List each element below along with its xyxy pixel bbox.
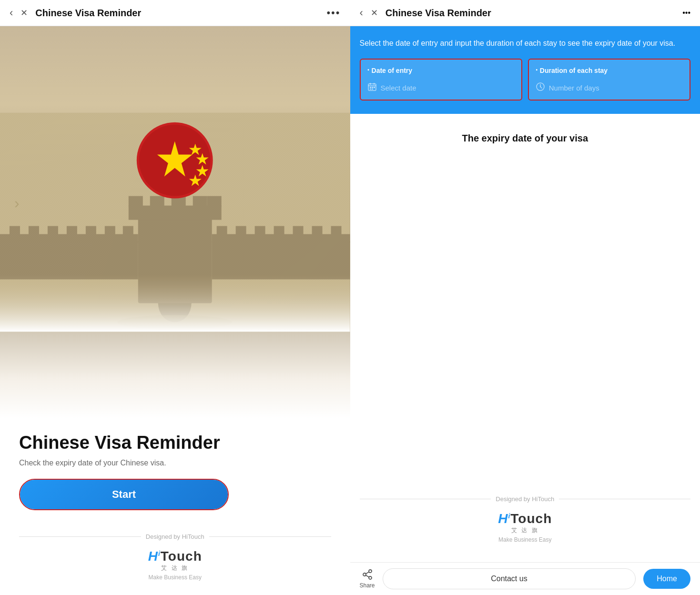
svg-rect-48 xyxy=(372,89,373,90)
right-bottom: Designed by HiTouch HiTouch 艾 达 旗 Make B… xyxy=(350,495,700,562)
contact-button[interactable]: Contact us xyxy=(383,568,636,589)
share-icon xyxy=(362,569,373,580)
date-placeholder: Select date xyxy=(381,84,416,92)
date-of-entry-box[interactable]: Date of entry xyxy=(360,59,522,101)
svg-rect-12 xyxy=(0,241,138,279)
bottom-bar: Share Contact us Home xyxy=(350,562,700,595)
right-nav-title: Chinese Visa Reminder xyxy=(386,8,675,19)
svg-rect-28 xyxy=(312,226,323,234)
brand-sub-left: 艾 达 旗 xyxy=(19,564,331,572)
right-nav-bar: ‹ ✕ Chinese Visa Reminder ••• xyxy=(350,0,700,26)
svg-rect-23 xyxy=(217,226,227,234)
expiry-section: The expiry date of your visa xyxy=(350,114,700,163)
share-button[interactable]: Share xyxy=(360,569,375,589)
calendar-icon xyxy=(367,82,377,94)
share-label: Share xyxy=(360,582,375,589)
svg-rect-38 xyxy=(0,274,350,332)
svg-rect-20 xyxy=(123,226,133,234)
svg-rect-14 xyxy=(10,226,20,234)
duration-box[interactable]: Duration of each stay Number of days xyxy=(528,59,690,101)
svg-rect-27 xyxy=(293,226,304,234)
duration-input-row: Number of days xyxy=(536,82,683,94)
app-description: Check the expiry date of your Chinese vi… xyxy=(19,459,331,467)
svg-line-55 xyxy=(365,575,369,577)
brand-hi-right: Hi xyxy=(498,511,510,526)
svg-line-56 xyxy=(365,572,369,574)
svg-rect-19 xyxy=(105,226,115,234)
svg-line-51 xyxy=(540,87,542,88)
svg-rect-44 xyxy=(370,87,371,88)
brand-touch: Touch xyxy=(161,549,202,564)
intro-text: Select the date of entry and input the d… xyxy=(360,38,691,49)
hero-image: › xyxy=(0,26,350,418)
svg-rect-9 xyxy=(207,196,222,207)
svg-rect-26 xyxy=(274,226,284,234)
svg-rect-18 xyxy=(86,226,96,234)
expiry-title: The expiry date of your visa xyxy=(360,133,691,144)
svg-rect-29 xyxy=(331,226,342,234)
start-button[interactable]: Start xyxy=(20,480,228,509)
brand-tagline-right: Make Business Easy xyxy=(360,536,691,543)
svg-rect-17 xyxy=(67,226,77,234)
fields-row: Date of entry xyxy=(360,59,691,101)
brand-logo-right: HiTouch 艾 达 旗 Make Business Easy xyxy=(360,506,691,553)
svg-point-54 xyxy=(369,576,372,579)
svg-rect-46 xyxy=(374,87,375,88)
svg-rect-25 xyxy=(255,226,265,234)
duration-placeholder: Number of days xyxy=(549,84,599,92)
designed-by-right: Designed by HiTouch xyxy=(360,495,691,503)
brand-name-left: HiTouch xyxy=(19,549,331,564)
right-close-button[interactable]: ✕ xyxy=(371,8,378,18)
svg-rect-24 xyxy=(236,226,246,234)
svg-point-53 xyxy=(363,573,366,576)
right-back-button[interactable]: ‹ xyxy=(360,7,363,19)
brand-name-right: HiTouch xyxy=(360,511,691,526)
svg-rect-6 xyxy=(150,196,164,207)
svg-rect-15 xyxy=(29,226,39,234)
left-more-button[interactable]: ••• xyxy=(326,7,340,19)
date-of-entry-label: Date of entry xyxy=(367,65,515,75)
brand-touch-right: Touch xyxy=(510,511,552,526)
svg-rect-16 xyxy=(48,226,58,234)
duration-label: Duration of each stay xyxy=(536,65,683,75)
home-button[interactable]: Home xyxy=(643,569,690,589)
right-more-button[interactable]: ••• xyxy=(682,9,690,17)
designed-by-left: Designed by HiTouch xyxy=(19,533,331,540)
app-section: Chinese Visa Reminder Check the expiry d… xyxy=(0,418,350,520)
svg-text:›: › xyxy=(14,194,20,212)
svg-rect-4 xyxy=(129,206,222,220)
brand-sub-right: 艾 达 旗 xyxy=(360,526,691,534)
start-button-wrapper: Start xyxy=(19,479,229,510)
left-nav-bar: ‹ ✕ Chinese Visa Reminder ••• xyxy=(0,0,350,26)
svg-rect-5 xyxy=(129,196,143,207)
svg-point-52 xyxy=(369,570,372,573)
brand-logo-left: HiTouch 艾 达 旗 Make Business Easy xyxy=(19,544,331,590)
brand-hi: Hi xyxy=(148,549,161,564)
right-panel: ‹ ✕ Chinese Visa Reminder ••• Select the… xyxy=(350,0,700,595)
left-nav-title: Chinese Visa Reminder xyxy=(35,8,319,19)
svg-rect-8 xyxy=(193,196,207,207)
app-title: Chinese Visa Reminder xyxy=(19,433,331,453)
date-input-row: Select date xyxy=(367,82,515,94)
blue-section: Select the date of entry and input the d… xyxy=(350,26,700,114)
svg-rect-45 xyxy=(372,87,373,88)
left-close-button[interactable]: ✕ xyxy=(20,8,28,18)
left-panel: ‹ ✕ Chinese Visa Reminder ••• xyxy=(0,0,350,595)
svg-rect-22 xyxy=(212,234,350,242)
svg-rect-47 xyxy=(370,89,371,90)
clock-icon xyxy=(536,82,545,94)
svg-rect-21 xyxy=(212,241,350,279)
left-back-button[interactable]: ‹ xyxy=(10,7,13,19)
brand-tagline-left: Make Business Easy xyxy=(19,574,331,581)
svg-rect-13 xyxy=(0,234,138,242)
